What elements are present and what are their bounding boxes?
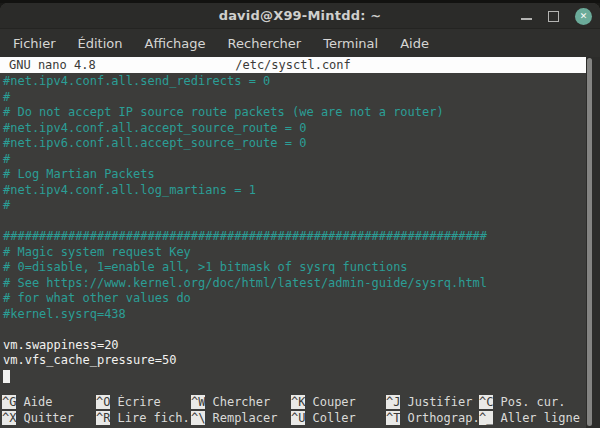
shortcut-label: Aller ligne bbox=[493, 411, 579, 425]
buffer-line[interactable]: # bbox=[3, 152, 600, 168]
shortcut-readfile: ^RLire fich. bbox=[96, 411, 191, 427]
buffer-line[interactable] bbox=[3, 214, 600, 230]
titlebar[interactable]: david@X99-Mintdd: ~ ✕ bbox=[0, 3, 600, 29]
buffer-line[interactable]: #net.ipv4.conf.all.log_martians = 1 bbox=[3, 183, 600, 199]
buffer-line[interactable]: # Magic system request Key bbox=[3, 245, 600, 261]
menu-aide[interactable]: Aide bbox=[389, 32, 440, 55]
buffer-line[interactable]: # bbox=[3, 198, 600, 214]
buffer-line[interactable]: vm.swappiness=20 bbox=[3, 338, 600, 354]
shortcut-label: Chercher bbox=[205, 395, 270, 409]
buffer-line[interactable]: # Do not accept IP source route packets … bbox=[3, 105, 600, 121]
minimize-button[interactable] bbox=[521, 3, 532, 29]
shortcut-key: ^_ bbox=[479, 411, 493, 425]
shortcut-cut: ^KCouper bbox=[291, 395, 386, 411]
scrollbar-thumb[interactable] bbox=[587, 58, 592, 426]
buffer-line[interactable] bbox=[3, 322, 600, 338]
close-icon: ✕ bbox=[580, 12, 588, 21]
buffer-line[interactable]: #kernel.sysrq=438 bbox=[3, 307, 600, 323]
scrollbar-track[interactable] bbox=[586, 57, 600, 428]
shortcut-writeout: ^OÉcrire bbox=[96, 395, 191, 411]
shortcut-label: Remplacer bbox=[205, 411, 277, 425]
nano-titlebar: GNU nano 4.8 /etc/sysctl.conf bbox=[0, 57, 586, 73]
shortcut-key: ^U bbox=[291, 411, 305, 425]
shortcut-label: Coller bbox=[305, 411, 355, 425]
buffer-line[interactable]: # Log Martian Packets bbox=[3, 167, 600, 183]
shortcut-label: Quitter bbox=[16, 411, 74, 425]
shortcut-paste: ^UColler bbox=[291, 411, 386, 427]
shortcut-key: ^O bbox=[96, 395, 110, 409]
shortcut-justify: ^JJustifier bbox=[386, 395, 479, 411]
shortcut-label: Lire fich. bbox=[110, 411, 189, 425]
shortcut-key: ^T bbox=[386, 411, 400, 425]
menu-edition[interactable]: Édition bbox=[67, 32, 134, 55]
buffer-line-cursor[interactable] bbox=[3, 369, 600, 385]
shortcut-key: ^R bbox=[96, 411, 110, 425]
shortcut-spell: ^TOrthograp. bbox=[386, 411, 479, 427]
shortcut-search: ^WChercher bbox=[191, 395, 291, 411]
shortcut-label: Pos. cur. bbox=[493, 395, 565, 409]
buffer-line[interactable]: # bbox=[3, 90, 600, 106]
buffer-line[interactable]: # 0=disable, 1=enable all, >1 bitmask of… bbox=[3, 260, 600, 276]
buffer-line[interactable]: #net.ipv6.conf.all.accept_source_route =… bbox=[3, 136, 600, 152]
buffer-line[interactable]: # See https://www.kernel.org/doc/html/la… bbox=[3, 276, 600, 292]
buffer-line[interactable]: #net.ipv4.conf.all.accept_source_route =… bbox=[3, 121, 600, 137]
close-button[interactable]: ✕ bbox=[575, 8, 592, 25]
buffer-line[interactable]: vm.vfs_cache_pressure=50 bbox=[3, 353, 600, 369]
shortcut-key: ^K bbox=[291, 395, 305, 409]
shortcut-label: Écrire bbox=[110, 395, 160, 409]
nano-shortcut-bar: ^GAide ^OÉcrire ^WChercher ^KCouper ^JJu… bbox=[2, 395, 586, 427]
shortcut-key: ^\ bbox=[191, 411, 205, 425]
shortcut-label: Orthograp. bbox=[400, 411, 479, 425]
window-title: david@X99-Mintdd: ~ bbox=[219, 8, 382, 23]
nano-file-path: /etc/sysctl.conf bbox=[0, 57, 586, 73]
shortcut-key: ^W bbox=[191, 395, 205, 409]
shortcut-key: ^G bbox=[2, 395, 16, 409]
menu-rechercher[interactable]: Rechercher bbox=[217, 32, 313, 55]
text-cursor bbox=[3, 370, 10, 383]
shortcut-key: ^J bbox=[386, 395, 400, 409]
terminal-window: david@X99-Mintdd: ~ ✕ Fichier Édition Af… bbox=[0, 3, 600, 428]
menubar: Fichier Édition Affichage Rechercher Ter… bbox=[0, 29, 600, 57]
shortcut-help: ^GAide bbox=[2, 395, 96, 411]
maximize-button[interactable] bbox=[548, 11, 559, 22]
menu-terminal[interactable]: Terminal bbox=[312, 32, 389, 55]
buffer-line[interactable]: #net.ipv4.conf.all.send_redirects = 0 bbox=[3, 74, 600, 90]
menu-affichage[interactable]: Affichage bbox=[133, 32, 216, 55]
shortcut-label: Justifier bbox=[400, 395, 472, 409]
shortcut-key: ^C bbox=[479, 395, 493, 409]
buffer-line[interactable]: ########################################… bbox=[3, 229, 600, 245]
editor-buffer[interactable]: #net.ipv4.conf.all.send_redirects = 0 # … bbox=[0, 73, 600, 384]
shortcut-curpos: ^CPos. cur. bbox=[479, 395, 586, 411]
shortcut-gotoline: ^_Aller ligne bbox=[479, 411, 586, 427]
shortcut-label: Couper bbox=[305, 395, 355, 409]
menu-fichier[interactable]: Fichier bbox=[2, 32, 67, 55]
buffer-line[interactable]: # for what other values do bbox=[3, 291, 600, 307]
shortcut-exit: ^XQuitter bbox=[2, 411, 96, 427]
shortcut-replace: ^\Remplacer bbox=[191, 411, 291, 427]
terminal-content[interactable]: GNU nano 4.8 /etc/sysctl.conf #net.ipv4.… bbox=[0, 57, 600, 428]
window-controls: ✕ bbox=[521, 3, 592, 29]
shortcut-key: ^X bbox=[2, 411, 16, 425]
shortcut-label: Aide bbox=[16, 395, 52, 409]
